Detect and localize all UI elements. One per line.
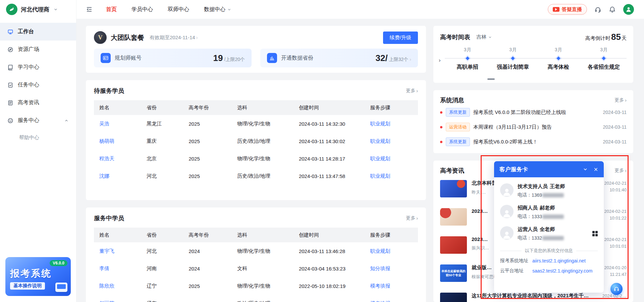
sidebar-subitem-label: 帮助中心 bbox=[19, 134, 39, 141]
sidebar-item-resource-plaza[interactable]: 资源广场 bbox=[0, 41, 76, 58]
stat-label: 规划师账号 bbox=[115, 55, 142, 62]
news-more-link[interactable]: 更多› bbox=[614, 168, 627, 174]
timeline-month: 3月 bbox=[536, 47, 581, 55]
unread-dot bbox=[440, 126, 442, 128]
cell-subjects: 物理/化学/生物 bbox=[233, 277, 295, 295]
table-row: 赵丽茹辽宁2026政治/历史/地理2024-03-01 16:09:11模考填报 bbox=[94, 295, 418, 302]
cell-year: 2025 bbox=[184, 150, 233, 167]
timeline-event[interactable]: 高职单招 bbox=[445, 64, 490, 71]
collapse-card-icon[interactable] bbox=[583, 167, 588, 172]
service-step-link[interactable]: 知分填报 bbox=[366, 260, 418, 277]
student-name-link[interactable]: 沈娜 bbox=[94, 167, 143, 185]
phone-masked bbox=[542, 193, 564, 197]
app-root: 河北代理商 工作台 资源广场 学习中心 任务中心 bbox=[0, 0, 644, 302]
sidebar-item-learning-center[interactable]: 学习中心 bbox=[0, 58, 76, 76]
message-text: 报考系统 V6.0.0 第二阶段功能已经上线啦 bbox=[473, 109, 566, 116]
timeline-prev-arrow[interactable]: › bbox=[439, 57, 441, 64]
headset-support-icon[interactable] bbox=[594, 6, 601, 13]
student-name-link[interactable]: 赵丽茹 bbox=[94, 295, 143, 302]
version-promo-banner[interactable]: V6.0.0 报考系统 基本操作说明 bbox=[5, 257, 71, 296]
service-step-link[interactable]: 模考填报 bbox=[366, 277, 418, 295]
sidebar-collapse-icon[interactable] bbox=[86, 6, 93, 13]
sidebar-item-service-center[interactable]: 服务中心 bbox=[0, 112, 76, 129]
news-thumbnail bbox=[440, 293, 467, 302]
service-step-link[interactable]: 职业规划 bbox=[366, 242, 418, 260]
live-qa-button[interactable]: 答疑直播 bbox=[548, 4, 587, 15]
cell-province: 重庆 bbox=[143, 132, 185, 150]
service-step-link[interactable]: 职业规划 bbox=[366, 150, 418, 167]
planner-accounts-stat[interactable]: 规划师账号 19 /上限20个 bbox=[94, 49, 252, 67]
chevron-right-icon: › bbox=[625, 168, 627, 173]
service-step-link[interactable]: 职业规划 bbox=[366, 115, 418, 132]
student-name-link[interactable]: 董宇飞 bbox=[94, 242, 143, 260]
serving-more-link[interactable]: 更多› bbox=[406, 215, 418, 221]
cloud-url-link[interactable]: saas2.test2.1.qingtingzy.com bbox=[532, 268, 593, 274]
sidebar-item-gaokao-news[interactable]: 高考资讯 bbox=[0, 94, 76, 112]
smile-icon bbox=[7, 118, 13, 124]
package-expiry[interactable]: 有效期至2024-11-14› bbox=[150, 35, 198, 41]
delivery-item: 云平台地址 saas2.test2.1.qingtingzy.com bbox=[500, 268, 598, 274]
message-text: 报考系统V6.0.0-2即将上线！ bbox=[473, 139, 538, 145]
messages-more-link[interactable]: 更多› bbox=[614, 97, 627, 103]
service-step-link[interactable]: 职业规划 bbox=[366, 167, 418, 185]
sidebar-item-help-center[interactable]: 帮助中心 bbox=[0, 129, 76, 145]
message-item[interactable]: 系统更新 报考系统 V6.0.0 第二阶段功能已经上线啦 2024-03-11 bbox=[440, 106, 627, 119]
contact-item: 运营人员全老师 电话：1332 bbox=[500, 226, 598, 241]
sidebar-item-label: 工作台 bbox=[18, 28, 34, 35]
gaokao-timetable-card: 高考时间表 吉林 高考倒计时85天 › 3月 3月 bbox=[433, 26, 633, 83]
delivery-divider: 以下是您的系统交付信息 bbox=[500, 248, 598, 254]
timeline-event[interactable]: 各省招生规定 bbox=[581, 64, 627, 71]
student-name-link[interactable]: 吴浩 bbox=[94, 115, 143, 132]
student-name-link[interactable]: 李倩 bbox=[94, 260, 143, 277]
chevron-down-icon bbox=[488, 35, 492, 39]
contact-role: 技术支持人员 bbox=[518, 183, 548, 190]
news-date: 2024-02-2… bbox=[598, 293, 627, 302]
sidebar-item-label: 高考资讯 bbox=[18, 99, 39, 106]
unread-dot bbox=[440, 111, 442, 114]
sidebar-item-task-center[interactable]: 任务中心 bbox=[0, 76, 76, 94]
col-province: 省份 bbox=[143, 228, 185, 242]
bell-icon[interactable] bbox=[609, 6, 616, 13]
nav-student-center[interactable]: 学员中心 bbox=[131, 6, 153, 13]
timeline-scrollbar[interactable] bbox=[487, 78, 495, 80]
cell-subjects: 历史/政治/地理 bbox=[233, 167, 295, 185]
service-step-link[interactable]: 职业规划 bbox=[366, 132, 418, 150]
sidebar-item-workbench[interactable]: 工作台 bbox=[0, 23, 76, 41]
cell-year: 2025 bbox=[184, 132, 233, 150]
stat-value: 19 bbox=[213, 53, 223, 63]
table-row: 陈欣欣辽宁2025物理/化学/生物2022-05-10 18:02:19模考填报 bbox=[94, 277, 418, 295]
system-url-link[interactable]: aiirs.test2.1.qingtingai.net bbox=[532, 258, 586, 263]
student-name-link[interactable]: 杨萌萌 bbox=[94, 132, 143, 150]
topbar-right: 答疑直播 bbox=[548, 4, 634, 15]
phone-label: 电话： bbox=[518, 214, 532, 220]
renew-upgrade-button[interactable]: 续费/升级 bbox=[383, 32, 418, 44]
message-date: 2024-03-11 bbox=[603, 124, 627, 130]
pending-more-link[interactable]: 更多› bbox=[406, 88, 418, 94]
close-icon[interactable] bbox=[593, 167, 598, 172]
message-item[interactable]: 运营活动 本周课程（3月11日-3月17日）预告 2024-03-11 bbox=[440, 120, 627, 134]
nav-data-center[interactable]: 数据中心 bbox=[204, 6, 231, 13]
timeline-event[interactable]: 强基计划简章 bbox=[490, 64, 536, 71]
book-icon bbox=[7, 64, 13, 70]
nav-home[interactable]: 首页 bbox=[106, 6, 117, 13]
cell-province: 黑龙江 bbox=[143, 115, 185, 132]
message-item[interactable]: 系统更新 报考系统V6.0.0-2即将上线！ 2024-03-11 bbox=[440, 135, 627, 148]
timeline-event[interactable]: 高考体检 bbox=[536, 64, 581, 71]
student-name-link[interactable]: 陈欣欣 bbox=[94, 277, 143, 295]
nav-dual-teacher-center[interactable]: 双师中心 bbox=[168, 6, 189, 13]
province-dropdown[interactable]: 吉林 bbox=[476, 34, 492, 40]
grid-icon[interactable] bbox=[592, 231, 598, 236]
monitor-icon bbox=[7, 29, 13, 35]
floating-service-widget[interactable] bbox=[610, 283, 623, 295]
timeline-month: 3月 bbox=[581, 47, 627, 55]
service-step-link[interactable]: 模考填报 bbox=[366, 295, 418, 302]
col-province: 省份 bbox=[143, 100, 185, 115]
student-name-link[interactable]: 程浩天 bbox=[94, 150, 143, 167]
sidebar-item-label: 学习中心 bbox=[18, 64, 39, 71]
data-provinces-stat[interactable]: 开通数据省份 32/ 上限32个 › bbox=[260, 49, 418, 67]
phone-masked bbox=[542, 215, 564, 219]
user-avatar[interactable] bbox=[623, 4, 634, 15]
document-lines-icon bbox=[7, 100, 13, 106]
brand-switcher[interactable]: 河北代理商 bbox=[0, 0, 76, 19]
vip-badge: V bbox=[94, 31, 107, 44]
